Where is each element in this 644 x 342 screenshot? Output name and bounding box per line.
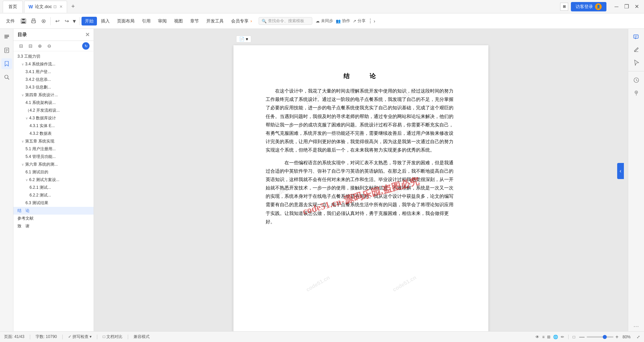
tab-home[interactable]: 首页 [3, 1, 23, 13]
toc-item[interactable]: ∨第四章 系统设计... [13, 91, 94, 99]
tab-doc[interactable]: W 论文.doc ⊡ ✕ [24, 1, 67, 13]
zoom-slider-thumb[interactable] [603, 335, 607, 339]
toc-item[interactable]: 3.4.2 信息添... [13, 76, 94, 83]
sidebar-toc-icon[interactable] [1, 32, 12, 42]
toc-remove-btn[interactable]: ⊖ [46, 42, 53, 50]
menu-file[interactable]: 文件 [3, 17, 18, 25]
status-view-read[interactable]: 👁 [535, 335, 539, 339]
toc-refresh-btn[interactable]: ↻ [82, 42, 90, 50]
toc-item[interactable]: 4.3.1 实体 E... [13, 122, 94, 130]
status-page-view-btn[interactable]: □ [573, 335, 575, 339]
toc-item[interactable]: ∨4.3 数据库设计 [13, 114, 94, 122]
menu-layout[interactable]: 页面布局 [114, 17, 138, 25]
window-close-button[interactable]: ✕ [632, 2, 641, 11]
toc-item[interactable]: （4.2 开发流程设... [13, 107, 94, 114]
status-view-web[interactable]: 🌐 [553, 335, 558, 339]
toc-item[interactable]: 6.2.1 测试... [13, 184, 94, 191]
toolbar-expand-button[interactable]: › [374, 18, 375, 24]
status-view-outline[interactable]: ≡ [542, 335, 544, 339]
spell-check-label: ✓ 拼写检查 ▾ [68, 334, 92, 340]
menu-vip[interactable]: 会员专享 › [228, 17, 255, 25]
menu-insert[interactable]: 插入 [98, 17, 113, 25]
right-comments-icon[interactable] [631, 32, 642, 42]
menu-view[interactable]: 视图 [171, 17, 186, 25]
right-cursor-icon[interactable] [631, 57, 642, 68]
watermark-6: code51.cn [392, 275, 418, 293]
menu-review[interactable]: 审阅 [155, 17, 170, 25]
toolbar-undo-btn[interactable]: ↩ [53, 16, 62, 26]
collab-button[interactable]: 👥 协作 [336, 18, 350, 24]
toc-collapse-btn[interactable]: ⊟ [27, 42, 34, 50]
zoom-plus-button[interactable]: + [615, 334, 619, 340]
doc-area[interactable]: 📄 ▾ code51.cn code51.cn code51.cn code51… [94, 29, 628, 331]
status-expand-btn[interactable]: ⤢ [637, 335, 640, 339]
toc-item[interactable]: 5.1 用户注册用... [13, 145, 94, 153]
right-more-button[interactable]: ··· [633, 322, 639, 330]
toc-item-label: 4.3.2 数据表 [30, 131, 52, 136]
toolbar-print-btn[interactable] [29, 16, 38, 26]
window-layout-button[interactable]: ⊞ [560, 3, 568, 11]
status-page-info: 页面: 41/43 [4, 334, 24, 340]
toolbar-more-button[interactable]: ⋮ [368, 18, 373, 24]
toolbar-preview-btn[interactable] [39, 16, 48, 26]
menu-references[interactable]: 引用 [139, 17, 154, 25]
status-view-page[interactable]: ⊞ [547, 335, 550, 339]
toolbar-redo-btn[interactable]: ↪ [62, 16, 71, 26]
menu-chapter[interactable]: 章节 [187, 17, 202, 25]
toc-item[interactable]: 参考文献 [13, 215, 94, 222]
zoom-slider[interactable] [587, 336, 613, 338]
toc-item[interactable]: 3.4.1 用户登... [13, 68, 94, 76]
toc-expand-btn[interactable]: ⊟ [17, 42, 25, 50]
right-edge-collapse-button[interactable]: ‹ [617, 163, 624, 179]
toc-item[interactable]: 致 谢 [13, 222, 94, 230]
toc-item-label: 6.3 测试结果 [25, 200, 48, 206]
toolbar-history-dropdown[interactable]: ▾ [71, 17, 77, 25]
status-spell-check[interactable]: ✓ 拼写检查 ▾ [68, 334, 92, 340]
right-edit-icon[interactable] [631, 44, 642, 55]
toc-item-arrow: ∨ [21, 139, 24, 143]
toc-add-btn[interactable]: ⊕ [36, 42, 44, 50]
right-location-icon[interactable] [631, 88, 642, 98]
sidebar-pages-icon[interactable] [1, 45, 12, 56]
sync-button[interactable]: ☁ 未同步 [316, 18, 333, 24]
toc-item[interactable]: 6.1 测试目的 [13, 168, 94, 176]
menu-start[interactable]: 开始 [82, 17, 97, 25]
menu-devtools[interactable]: 开发工具 [203, 17, 227, 25]
toolbar-search-box[interactable]: 🔍 查找命令、搜索模板 [259, 17, 312, 25]
toc-close-button[interactable]: ✕ [85, 32, 90, 38]
toolbar-save-btn[interactable] [19, 16, 28, 26]
toc-item[interactable]: 3.4.3 信息删... [13, 83, 94, 91]
toc-item[interactable]: ∨第五章 系统实现 [13, 137, 94, 145]
toc-item[interactable]: 6.2.2 测试... [13, 191, 94, 199]
tab-doc-close[interactable]: ✕ [59, 4, 63, 9]
window-minimize-button[interactable]: ─ [612, 2, 621, 11]
sidebar-bookmark-icon[interactable] [1, 58, 12, 69]
window-controls: ─ ❐ ✕ [612, 2, 641, 11]
window-restore-button[interactable]: ❐ [622, 2, 631, 11]
toc-item-label: 4.3.1 实体 E... [30, 123, 55, 129]
status-sep-4 [128, 335, 128, 339]
toc-item[interactable]: 3.3 工能力切 [13, 53, 94, 60]
toc-item[interactable]: 结 论 [13, 207, 94, 215]
toc-item[interactable]: 4.1 系统架构设... [13, 99, 94, 107]
doc-paragraph-2[interactable]: 在一些编程语言的系统实现中，对词汇表不太熟悉，导致了开发的困难，但是我通过合适的… [266, 159, 456, 226]
svg-line-16 [8, 78, 9, 79]
toc-item[interactable]: 4.3.2 数据表 [13, 130, 94, 137]
doc-type-selector[interactable]: 📄 ▾ [236, 36, 251, 43]
zoom-minus-button[interactable]: — [579, 334, 585, 340]
sidebar-icons [0, 29, 13, 331]
share-button[interactable]: ↗ 分享 [353, 18, 366, 24]
toc-item[interactable]: 5.4 管理员功能... [13, 153, 94, 161]
toc-item[interactable]: ∨3.4 系统操作流... [13, 60, 94, 68]
status-view-edit[interactable]: ✏ [561, 335, 564, 339]
status-doc-compare[interactable]: □ 文档对比 [103, 334, 122, 340]
toc-item[interactable]: ∨6.2 测试方案设... [13, 176, 94, 184]
right-clock-icon[interactable] [631, 75, 642, 86]
tab-doc-minimize[interactable]: ⊡ [53, 4, 57, 9]
login-button[interactable]: 访客登录 👤 [571, 2, 606, 11]
toc-item[interactable]: 6.3 测试结果 [13, 199, 94, 207]
tab-add-button[interactable]: + [68, 2, 78, 11]
toc-item[interactable]: ∨第六章 系统的测... [13, 161, 94, 168]
sidebar-search-icon[interactable] [1, 72, 12, 82]
doc-paragraph-1[interactable]: 在这个设计中，我花了大量的时间去理解系统开发中使用的知识，经过这段时间的努力工作… [266, 87, 456, 155]
